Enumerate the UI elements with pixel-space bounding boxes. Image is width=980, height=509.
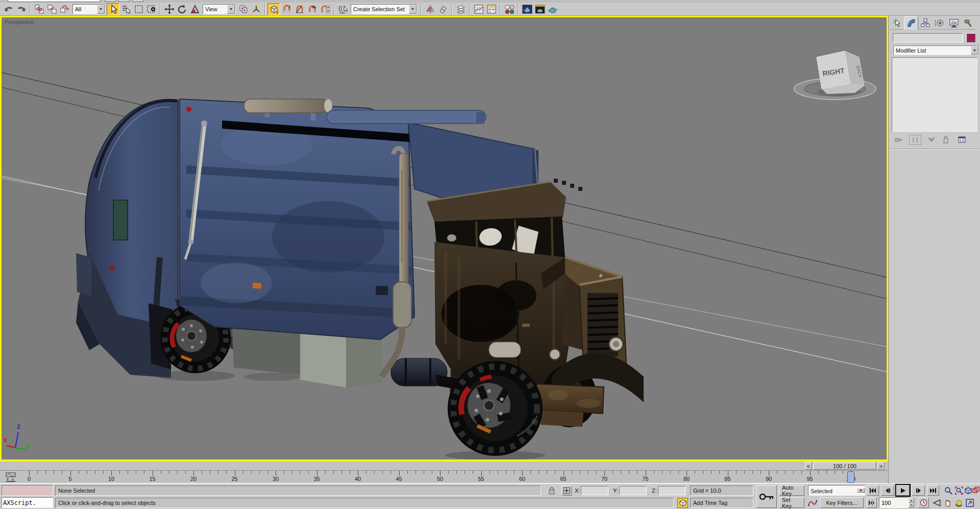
tab-create[interactable] <box>890 16 904 30</box>
modifier-stack-list[interactable] <box>892 57 977 132</box>
quick-render-icon[interactable] <box>546 3 559 15</box>
tab-modify[interactable] <box>904 16 918 30</box>
configure-modifier-sets-button[interactable] <box>956 135 968 145</box>
material-editor-icon[interactable] <box>503 3 516 15</box>
selection-filter-dropdown[interactable]: All ▼ <box>72 4 105 14</box>
go-to-start-button[interactable] <box>867 485 879 496</box>
use-pivot-point-center-icon[interactable] <box>237 3 250 15</box>
track-bar-ruler[interactable]: 0510152025303540455055606570758085909510… <box>0 471 888 484</box>
object-color-swatch[interactable] <box>966 33 975 42</box>
modifier-list-dropdown[interactable]: Modifier List ▼ <box>893 45 979 55</box>
select-object-button[interactable] <box>107 3 119 15</box>
named-selection-sets-dropdown[interactable]: Create Selection Set ▼ <box>351 4 417 14</box>
tab-utilities[interactable] <box>961 16 975 30</box>
viewcube[interactable]: RIGHT BACK <box>794 51 876 100</box>
time-slider-track[interactable]: < 100 / 100 > <box>0 461 888 470</box>
rectangular-selection-region-icon[interactable] <box>132 3 145 15</box>
maximize-viewport-toggle[interactable] <box>965 498 974 508</box>
tab-display[interactable] <box>947 16 961 30</box>
x-coord-input[interactable] <box>581 486 608 495</box>
set-key-button[interactable]: Set Key <box>779 497 804 508</box>
show-end-result-button[interactable] <box>909 135 921 145</box>
layer-manager-icon[interactable] <box>454 3 467 15</box>
render-setup-icon[interactable] <box>521 3 533 15</box>
perspective-viewport[interactable]: Perspective <box>0 16 888 461</box>
maxscript-listener-field[interactable]: AXScript. <box>2 497 53 508</box>
time-slider-prev-button[interactable]: < <box>805 462 812 470</box>
align-icon[interactable] <box>436 3 449 15</box>
zoom-all-button[interactable] <box>954 486 964 496</box>
mirror-icon[interactable] <box>424 3 436 15</box>
pin-stack-button[interactable] <box>893 135 905 145</box>
time-slider-next-button[interactable]: > <box>877 462 885 470</box>
time-tag-cube-button[interactable] <box>677 498 688 508</box>
percent-snap-toggle-icon[interactable]: % <box>306 3 318 15</box>
spinner-snap-toggle-icon[interactable] <box>318 3 331 15</box>
chevron-down-icon[interactable]: ▼ <box>97 5 105 14</box>
angle-snap-toggle-icon[interactable] <box>293 3 306 15</box>
select-and-link-icon[interactable] <box>33 3 45 15</box>
selection-lock-toggle[interactable] <box>547 486 556 495</box>
zoom-extents-all-button[interactable] <box>972 486 979 496</box>
tab-motion[interactable] <box>933 16 947 30</box>
set-keys-button[interactable] <box>756 485 777 508</box>
time-configuration-button[interactable] <box>918 497 929 508</box>
previous-frame-button[interactable] <box>881 485 894 496</box>
zoom-button[interactable] <box>943 486 953 496</box>
play-animation-button[interactable] <box>896 485 910 496</box>
default-tangent-button[interactable] <box>806 497 819 508</box>
next-frame-button[interactable] <box>912 485 925 496</box>
spinner-down-icon[interactable]: ▼ <box>909 503 914 508</box>
infocenter-search-input[interactable] <box>8 0 101 2</box>
current-frame-input[interactable] <box>879 497 909 508</box>
tab-hierarchy[interactable] <box>918 16 933 30</box>
key-filters-button[interactable]: Key Filters... <box>820 497 864 508</box>
chevron-down-icon[interactable]: ▼ <box>971 46 978 55</box>
chevron-down-icon[interactable]: ▼ <box>227 5 235 14</box>
make-unique-button[interactable] <box>925 135 938 145</box>
absolute-mode-toggle[interactable] <box>561 486 572 496</box>
y-coord-input[interactable] <box>619 486 647 495</box>
bind-to-space-warp-icon[interactable] <box>58 3 71 15</box>
select-and-rotate-icon[interactable] <box>176 3 188 15</box>
orbit-button[interactable] <box>954 498 964 508</box>
select-and-scale-icon[interactable] <box>188 3 201 15</box>
infocenter-search-button[interactable] <box>105 0 116 2</box>
object-name-field[interactable] <box>893 33 963 42</box>
spinner-up-icon[interactable]: ▲ <box>909 498 914 503</box>
add-time-tag[interactable]: Add Time Tag <box>690 498 753 508</box>
snap-3d-magnet-icon[interactable]: 3 <box>280 3 293 15</box>
infocenter-favorites-button[interactable] <box>132 0 143 2</box>
current-frame-field[interactable]: ▲▼ <box>879 497 914 508</box>
key-mode-dropdown[interactable]: Selected ▼ <box>808 485 865 496</box>
select-and-move-icon[interactable] <box>163 3 176 15</box>
auto-key-button[interactable]: Auto Key <box>779 485 804 496</box>
track-bar[interactable]: 0510152025303540455055606570758085909510… <box>0 470 888 483</box>
redo-icon[interactable] <box>15 3 28 15</box>
select-by-name-icon[interactable] <box>119 3 132 15</box>
key-mode-toggle-button[interactable] <box>867 497 877 508</box>
current-frame-marker[interactable] <box>847 471 854 483</box>
infocenter-subscription-button[interactable] <box>118 0 130 2</box>
zoom-extents-button[interactable] <box>965 486 972 496</box>
schematic-view-icon[interactable] <box>485 3 498 15</box>
macro-recorder-field[interactable] <box>2 485 53 496</box>
undo-icon[interactable] <box>2 3 15 15</box>
remove-modifier-button[interactable] <box>940 135 952 145</box>
chevron-down-icon[interactable]: ▼ <box>857 488 865 493</box>
pan-button[interactable] <box>943 498 953 508</box>
rendered-frame-window-icon[interactable] <box>533 3 546 15</box>
reference-coordinate-system-dropdown[interactable]: View ▼ <box>203 4 235 14</box>
z-coord-input[interactable] <box>658 486 685 495</box>
time-slider-handle[interactable]: 100 / 100 <box>813 462 876 470</box>
select-and-manipulate-icon[interactable] <box>250 3 262 15</box>
snaps-toggle-button[interactable]: 3 <box>267 3 280 15</box>
window-crossing-toggle-icon[interactable] <box>145 3 158 15</box>
viewport-label[interactable]: Perspective <box>5 19 34 25</box>
field-of-view-button[interactable] <box>932 498 942 508</box>
garbage-truck-model[interactable] <box>76 97 644 459</box>
chevron-down-icon[interactable]: ▼ <box>409 5 416 14</box>
curve-editor-icon[interactable] <box>472 3 485 15</box>
go-to-end-button[interactable] <box>927 485 939 496</box>
edit-named-selection-sets-icon[interactable]: {}ABC <box>336 3 349 15</box>
